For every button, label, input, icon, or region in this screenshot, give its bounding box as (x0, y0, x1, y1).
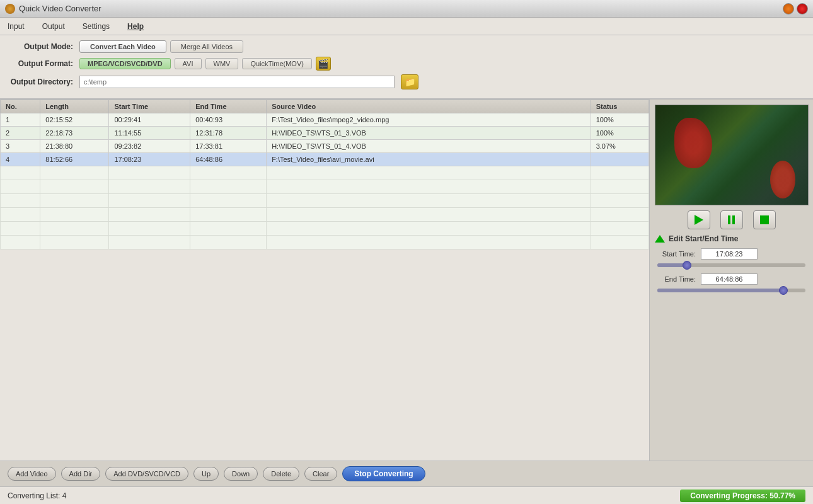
end-time-slider-fill (657, 289, 783, 292)
menu-help[interactable]: Help (125, 21, 146, 32)
cell-length: 22:18:73 (40, 127, 109, 140)
start-time-slider-container (655, 263, 808, 267)
table-row[interactable]: 1 02:15:52 00:29:41 00:40:93 F:\Test_Vid… (1, 113, 649, 127)
start-time-row: Start Time: (655, 248, 808, 260)
pause-bar-right (732, 215, 735, 224)
stop-icon (760, 215, 769, 224)
file-list-section: No. Length Start Time End Time Source Vi… (0, 100, 649, 461)
cell-no: 2 (1, 127, 40, 140)
output-mode-label: Output Mode: (10, 42, 73, 51)
folder-icon: 📁 (405, 77, 415, 87)
down-button[interactable]: Down (224, 467, 258, 481)
table-row-empty (1, 222, 649, 236)
cell-source: H:\VIDEO_TS\VTS_01_4.VOB (267, 140, 591, 153)
cell-length: 02:15:52 (40, 113, 109, 127)
up-button[interactable]: Up (193, 467, 219, 481)
mode-merge-all[interactable]: Merge All Videos (170, 40, 243, 53)
status-bar: Converting List: 4 Converting Progress: … (0, 486, 813, 504)
cell-length: 21:38:80 (40, 140, 109, 153)
output-dir-label: Output Directory: (10, 77, 73, 86)
output-panel: Output Mode: Convert Each Video Merge Al… (0, 35, 813, 100)
format-buttons: MPEG/VCD/SVCD/DVD AVI WMV QuickTime(MOV)… (79, 57, 331, 71)
browse-button[interactable]: 📁 (401, 74, 418, 89)
mode-convert-each[interactable]: Convert Each Video (79, 40, 166, 53)
app-icon (5, 4, 15, 14)
main-container: Output Mode: Convert Each Video Merge Al… (0, 35, 813, 504)
table-row[interactable]: 3 21:38:80 09:23:82 17:33:81 H:\VIDEO_TS… (1, 140, 649, 153)
end-time-slider-container (655, 289, 808, 292)
preview-controls (655, 210, 808, 229)
output-format-label: Output Format: (10, 59, 73, 68)
cell-no: 3 (1, 140, 40, 153)
cell-status (591, 153, 649, 166)
format-quicktime[interactable]: QuickTime(MOV) (242, 58, 312, 69)
start-time-input[interactable] (701, 248, 758, 260)
edit-time-label: Edit Start/End Time (669, 234, 738, 243)
cell-status: 3.07% (591, 140, 649, 153)
format-mpeg[interactable]: MPEG/VCD/SVCD/DVD (79, 58, 171, 69)
menu-input[interactable]: Input (5, 21, 27, 32)
preview-image (655, 105, 808, 205)
output-dir-input[interactable] (79, 76, 395, 88)
format-more-button[interactable]: 🎬 (316, 57, 331, 71)
edit-time-header: Edit Start/End Time (655, 234, 808, 243)
table-row[interactable]: 2 22:18:73 11:14:55 12:31:78 H:\VIDEO_TS… (1, 127, 649, 140)
start-time-label: Start Time: (655, 250, 696, 258)
menu-settings[interactable]: Settings (80, 21, 112, 32)
cell-end-time: 00:40:93 (190, 113, 267, 127)
cell-no: 1 (1, 113, 40, 127)
bottom-bar: Add Video Add Dir Add DVD/SVCD/VCD Up Do… (0, 461, 813, 486)
start-time-slider-thumb[interactable] (683, 261, 691, 270)
end-time-slider-track[interactable] (657, 289, 805, 292)
stop-button[interactable] (753, 210, 776, 229)
format-wmv[interactable]: WMV (205, 58, 239, 69)
output-mode-row: Output Mode: Convert Each Video Merge Al… (10, 40, 803, 53)
play-button[interactable] (688, 210, 710, 229)
col-start-time: Start Time (109, 100, 190, 113)
play-icon (695, 215, 703, 225)
cell-start-time: 11:14:55 (109, 127, 190, 140)
cell-start-time: 00:29:41 (109, 113, 190, 127)
table-row[interactable]: 4 81:52:66 17:08:23 64:48:86 F:\Test_Vid… (1, 153, 649, 166)
pause-bar-left (728, 215, 730, 224)
end-time-label: End Time: (655, 275, 696, 283)
add-dir-button[interactable]: Add Dir (61, 467, 101, 481)
end-time-slider-thumb[interactable] (779, 286, 788, 295)
table-row-empty (1, 208, 649, 222)
output-mode-buttons: Convert Each Video Merge All Videos (79, 40, 243, 53)
col-end-time: End Time (190, 100, 267, 113)
cell-source: F:\Test_Video_files\mpeg2_video.mpg (267, 113, 591, 127)
menu-output[interactable]: Output (40, 21, 67, 32)
output-dir-row: Output Directory: 📁 (10, 74, 803, 89)
close-button[interactable] (797, 3, 808, 14)
output-format-row: Output Format: MPEG/VCD/SVCD/DVD AVI WMV… (10, 57, 803, 71)
col-length: Length (40, 100, 109, 113)
cell-end-time: 12:31:78 (190, 127, 267, 140)
col-status: Status (591, 100, 649, 113)
cell-start-time: 09:23:82 (109, 140, 190, 153)
status-list-count: Converting List: 4 (8, 491, 66, 500)
delete-button[interactable]: Delete (263, 467, 299, 481)
format-more-icon: 🎬 (318, 59, 328, 69)
cell-end-time: 17:33:81 (190, 140, 267, 153)
col-source: Source Video (267, 100, 591, 113)
cell-status: 100% (591, 127, 649, 140)
table-row-empty (1, 180, 649, 194)
file-table: No. Length Start Time End Time Source Vi… (0, 100, 649, 461)
stop-converting-button[interactable]: Stop Converting (342, 466, 425, 481)
end-time-input[interactable] (701, 273, 758, 285)
clear-button[interactable]: Clear (304, 467, 337, 481)
menu-bar: Input Output Settings Help (0, 18, 813, 35)
cell-source: H:\VIDEO_TS\VTS_01_3.VOB (267, 127, 591, 140)
cell-start-time: 17:08:23 (109, 153, 190, 166)
format-avi[interactable]: AVI (175, 58, 202, 69)
add-dvd-button[interactable]: Add DVD/SVCD/VCD (105, 467, 188, 481)
app-title: Quick Video Converter (19, 4, 101, 13)
minimize-button[interactable] (783, 3, 794, 14)
pause-button[interactable] (720, 210, 743, 229)
preview-panel: Edit Start/End Time Start Time: End Time… (649, 100, 813, 461)
start-time-slider-track[interactable] (657, 263, 805, 267)
add-video-button[interactable]: Add Video (8, 467, 56, 481)
table-row-empty (1, 166, 649, 180)
content-area: No. Length Start Time End Time Source Vi… (0, 100, 813, 461)
